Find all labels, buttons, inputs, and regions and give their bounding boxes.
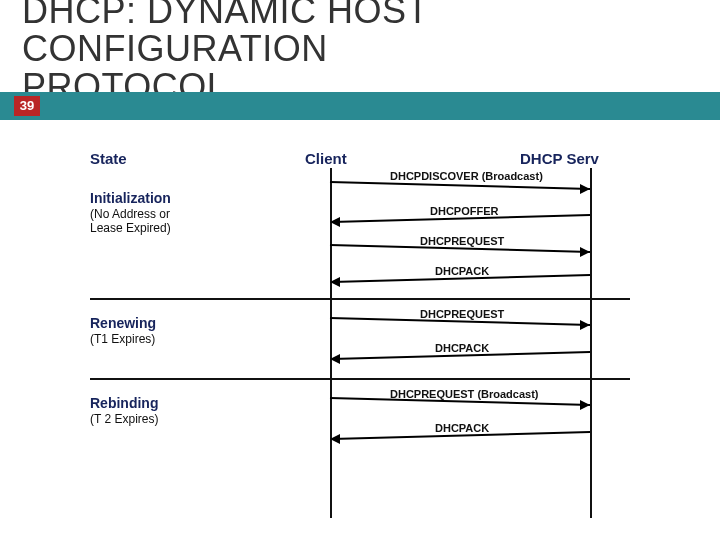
svg-line-14: [332, 432, 590, 439]
state-init-sub1: (No Address or: [90, 208, 170, 221]
title-line-1: DHCP: DYNAMIC HOST: [22, 0, 429, 31]
svg-line-2: [332, 215, 590, 222]
arrow-ack2: [330, 345, 592, 365]
svg-line-12: [330, 398, 590, 405]
col-header-state: State: [90, 150, 127, 167]
svg-marker-11: [330, 354, 340, 364]
svg-marker-5: [580, 247, 590, 257]
arrow-request-bc: [330, 391, 592, 411]
separator-2: [90, 378, 630, 380]
svg-marker-7: [330, 277, 340, 287]
state-renew-label: Renewing: [90, 315, 156, 331]
svg-line-4: [330, 245, 590, 252]
state-init-sub2: Lease Expired): [90, 222, 171, 235]
accent-bar: [0, 92, 720, 120]
separator-1: [90, 298, 630, 300]
slide-title: DHCP: DYNAMIC HOST CONFIGURATION PROTOCO…: [22, 0, 429, 105]
arrow-discover: [330, 175, 592, 195]
svg-marker-1: [580, 184, 590, 194]
arrow-offer: [330, 208, 592, 228]
arrow-ack1: [330, 268, 592, 288]
arrow-request2: [330, 311, 592, 331]
arrow-ack3: [330, 425, 592, 445]
dhcp-sequence-diagram: State Client DHCP Serv Initialization (N…: [90, 150, 630, 520]
svg-line-0: [330, 182, 590, 189]
svg-marker-9: [580, 320, 590, 330]
col-header-client: Client: [305, 150, 347, 167]
state-renew-sub1: (T1 Expires): [90, 333, 155, 346]
svg-marker-13: [580, 400, 590, 410]
state-init-label: Initialization: [90, 190, 171, 206]
svg-line-8: [330, 318, 590, 325]
arrow-request: [330, 238, 592, 258]
page-number-badge: 39: [14, 96, 40, 116]
svg-marker-3: [330, 217, 340, 227]
title-line-2: CONFIGURATION: [22, 28, 328, 69]
svg-line-6: [332, 275, 590, 282]
col-header-server: DHCP Serv: [520, 150, 599, 167]
state-rebind-sub1: (T 2 Expires): [90, 413, 158, 426]
state-rebind-label: Rebinding: [90, 395, 158, 411]
svg-line-10: [332, 352, 590, 359]
svg-marker-15: [330, 434, 340, 444]
